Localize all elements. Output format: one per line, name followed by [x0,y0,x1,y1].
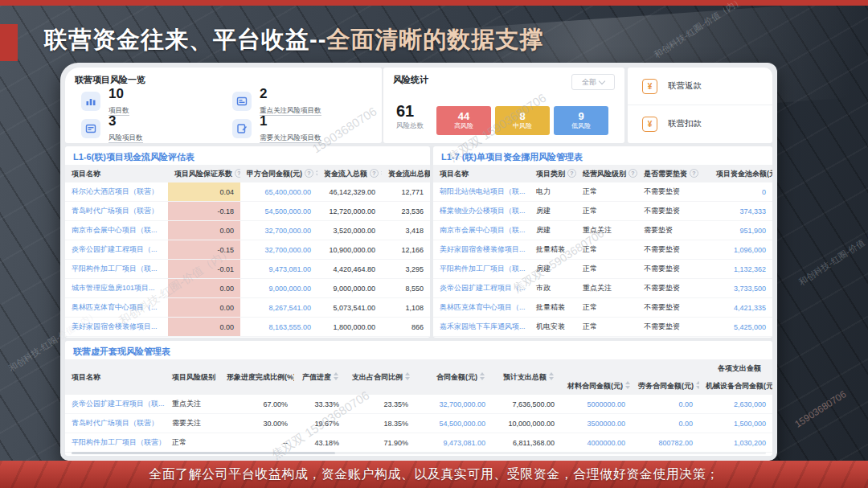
cell-name[interactable]: 奥林匹克体育中心项目（... [65,298,168,318]
action-joint-deduction[interactable]: ¥ 联营扣款 [628,105,772,142]
risk-filter-dropdown[interactable]: 全部 [571,74,615,90]
cell-contract: 65,400,000.00 [240,182,317,202]
cell-name[interactable]: 平阳构件加工厂项目（联营） [65,433,166,453]
table-row: 炎帝公园扩建工程项目（...-0.1532,700,000.0010,900,0… [65,240,430,260]
cell-balance: 3,733,500 [710,279,772,298]
risk-stats-panel: 风险统计 全部 61 风险总数 44 高风险 8 中风险 [383,68,624,143]
risk-total-value: 61 [396,103,424,119]
cell-level: 正常 [576,182,637,202]
stat-label[interactable]: 风险项目数 [108,133,143,143]
table-row: 平阳构件加工厂项目（联...房建正常不需要垫资1,132,362 [433,260,772,279]
cell-contract: 8,267,541.00 [240,298,317,318]
sort-icon[interactable] [549,372,555,380]
cell-type: 市政 [530,279,576,298]
help-icon[interactable]: ? [370,169,379,178]
stat-label[interactable]: 需要关注风险项目数 [260,133,321,143]
sort-icon[interactable] [480,372,485,380]
badge-high-risk[interactable]: 44 高风险 [436,106,491,135]
cell-output: 33.33% [294,395,346,414]
risk-total-label: 风险总数 [396,121,424,131]
badge-low-risk[interactable]: 9 低风险 [554,106,608,135]
sort-icon[interactable] [316,169,317,177]
stat-risk-projects[interactable]: 3 风险项目数 [81,116,232,141]
cell-coef: 0.00 [168,279,240,298]
cashflow-table-panel: L1-6(联)项目现金流风险评估表 项目名称 项目风险保证系数? 甲方合同金额(… [65,146,430,338]
cell-name[interactable]: 奥林匹克体育中心项目（... [433,298,530,318]
cell-inflow: 12,720,000.00 [317,202,382,221]
risk-filter-value: 全部 [582,77,596,88]
dashboard-card: 联营项目风险一览 10 项目数 2 重点关注风险项目数 [60,63,777,461]
cell-name[interactable]: 嘉禾家园地下车库通风项... [433,318,530,337]
help-icon[interactable]: ? [690,169,698,178]
sort-icon[interactable] [625,381,631,389]
help-icon[interactable]: ? [235,169,240,178]
col-contract-amount: 合同金额(元) [415,359,492,395]
col-operation-risk-level: 经营风险级别? [576,165,637,182]
cell-inflow: 3,520,000.00 [317,221,382,240]
invoice-table-title[interactable]: 联营虚开套现风险管理表 [65,341,772,359]
cell-name[interactable]: 炎帝公园扩建工程项目（... [433,279,530,298]
cell-name[interactable]: 朝阳北站供电站项目（联... [433,182,530,202]
cell-need: 不需要垫资 [637,318,710,337]
cashflow-table-title[interactable]: L1-6(联)项目现金流风险评估表 [65,146,430,165]
stat-key-focus-risk-projects[interactable]: 2 重点关注风险项目数 [232,88,382,114]
cell-level: 正常 [166,433,220,453]
action-joint-refund[interactable]: ¥ 联营返款 [628,68,772,105]
cell-output: 19.67% [294,414,346,433]
misuse-header-row: 项目名称 项目类别? 经营风险级别? 是否需要垫资? 项目资金池余额(元)(元)… [433,165,772,182]
actions-panel: ¥ 联营返款 ¥ 联营扣款 [628,68,772,143]
cell-ratio: 18.35% [346,414,415,433]
cell-name[interactable]: 南京市会展中心项目（联... [65,221,168,240]
table-row: 炎帝公园扩建工程项目（...市政重点关注不需要垫资3,733,500 [433,279,772,298]
cell-balance: 374,333 [710,202,772,221]
cell-contract: 9,000,000.00 [240,279,317,298]
cell-name[interactable]: 美好家园宿舍楼装修项目... [433,240,530,260]
cell-type: 批量精装 [530,298,576,318]
cell-contract: 32,700,000.00 [415,395,492,414]
cell-level: 正常 [576,260,637,279]
scrollbar-thumb[interactable] [72,452,335,454]
misuse-table-title[interactable]: L1-7 (联)单项目资金挪用风险管理表 [433,146,772,165]
cell-need: 不需要垫资 [637,182,710,202]
cell-contract: 32,700,000.00 [240,240,317,260]
cell-need: 需要垫资 [637,221,710,240]
invoice-table-panel: 联营虚开套现风险管理表 项目名称 项目风险级别 形象进度完成比例(%) 产值进度… [65,341,772,456]
horizontal-scrollbar[interactable] [72,452,766,454]
cell-name[interactable]: 青岛时代广场项目（联营） [65,202,168,221]
table-row: 科尔沁大酒店项目（联营）0.0465,400,000.0046,142,329.… [65,182,430,202]
cell-name[interactable]: 城市管理应急房101项目... [65,279,168,298]
help-icon[interactable]: ? [567,169,576,178]
help-icon[interactable]: ? [628,169,637,178]
slide: 联营资金往来、平台收益--全面清晰的数据支撑 联营项目风险一览 10 项目数 2 [0,0,868,488]
help-icon[interactable]: ? [305,169,313,178]
sort-icon[interactable] [405,372,411,380]
sort-icon[interactable] [381,169,382,177]
col-fund-pool-balance: 项目资金池余额(元)(元)? [710,165,772,182]
cell-name[interactable]: 美好家园宿舍楼装修项目... [65,318,168,337]
cell-name[interactable]: 南京市会展中心项目（联... [433,221,530,240]
cashflow-table-body: 科尔沁大酒店项目（联营）0.0465,400,000.0046,142,329.… [65,182,430,337]
cell-level: 正常 [576,318,637,337]
cell-level: 正常 [576,202,637,221]
stat-need-focus-risk-projects[interactable]: 1 需要关注风险项目数 [232,116,382,141]
col-project-name: 项目名称 [65,165,168,182]
stat-projects[interactable]: 10 项目数 [81,88,232,114]
invoice-table-body: 炎帝公园扩建工程项目（联...重点关注67.00%33.33%23.35%32,… [65,395,772,453]
overview-panel: 联营项目风险一览 10 项目数 2 重点关注风险项目数 [65,68,382,143]
sort-icon[interactable] [334,372,339,380]
cell-name[interactable]: 青岛时代广场项目（联营） [65,414,166,433]
cell-name[interactable]: 槿棠物业办公楼项目（联... [433,202,530,221]
cell-contract: 32,700,000.00 [240,221,317,240]
cell-progress: 30.00% [220,414,294,433]
cell-balance: 5,425,000 [710,318,772,337]
cell-name[interactable]: 炎帝公园扩建工程项目（... [65,240,168,260]
cell-name[interactable]: 平阳构件加工厂项目（联... [65,260,168,279]
cell-name[interactable]: 科尔沁大酒店项目（联营） [65,182,168,202]
cell-level: 需要关注 [166,414,220,433]
cell-name[interactable]: 炎帝公园扩建工程项目（联... [65,395,166,414]
cell-name[interactable]: 平阳构件加工厂项目（联... [433,260,530,279]
cell-labor: 800782.00 [632,433,699,453]
sort-icon[interactable] [696,381,699,389]
badge-medium-risk[interactable]: 8 中风险 [495,106,550,135]
cell-type: 房建 [530,260,576,279]
